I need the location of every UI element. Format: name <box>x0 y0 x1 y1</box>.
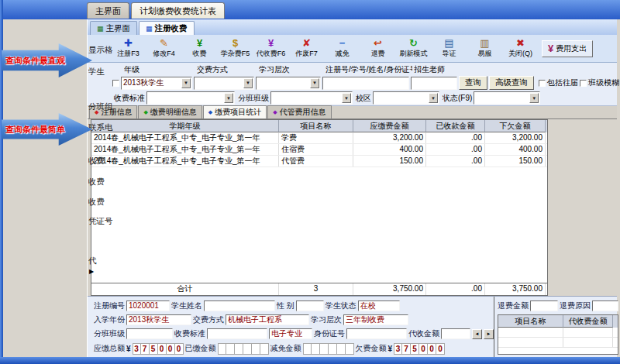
paid-digit <box>260 343 269 355</box>
total-cell: 3 <box>279 283 353 295</box>
table-row[interactable]: 2014春_机械电子工程系_中专_电子专业_第一年住宿费400.00.00400… <box>91 144 547 156</box>
yuan-sign: ¥ <box>126 345 131 353</box>
refund-section: 退费金额 退费原因 项目名称代收费金额 ▲ ▼ <box>494 297 620 357</box>
class-fuzzy-checkbox[interactable] <box>580 80 587 87</box>
toolbar-button-label: 注册F3 <box>117 49 140 59</box>
class-label: 分班班级 <box>94 328 125 339</box>
form-row-3: 分班班级 收费标准 电子专业 身份证号 代收金额 ◂ ▸ <box>94 327 494 341</box>
subtab-label: 注册收费 <box>155 23 188 34</box>
pay-method-label: 交费方式 <box>193 314 224 325</box>
grade-combo-value: 2013秋学生 <box>122 77 181 88</box>
toolbar-button-label: 易服 <box>478 49 492 59</box>
table-cell: 150.00 <box>353 156 426 167</box>
waive-digit <box>346 343 354 355</box>
toolbar-button[interactable]: ✖关闭(Q) <box>503 36 538 62</box>
chevron-down-icon: ▼ <box>224 93 233 103</box>
info-tab-label: 缴费明细信息 <box>150 107 197 118</box>
include-past-checkbox[interactable] <box>539 80 546 87</box>
agent-table-row[interactable] <box>498 338 618 348</box>
paid-digit <box>226 343 235 355</box>
agent-table-row[interactable] <box>498 328 618 338</box>
expense-button-label: 费用支出 <box>556 43 587 54</box>
status-combo[interactable]: ▼ <box>474 91 540 105</box>
student-search-input[interactable] <box>322 77 409 90</box>
toolbar-button[interactable]: ↻刷新模式 <box>396 36 431 62</box>
toolbar-button-icon: ↻ <box>409 38 418 49</box>
window-tab[interactable]: 计划缴费收费统计表 <box>131 2 225 19</box>
query-panel: 年级交费方式学习层次注册号/学号/姓名/身份证号/家长招生老师 2013秋学生▼… <box>88 63 617 106</box>
callout-arrow-1: 查询条件最直观 <box>2 43 92 77</box>
table-row[interactable]: 2014春_机械电子工程系_中专_电子专业_第一年学费3,200.00.003,… <box>91 132 547 144</box>
agent-table-header: 项目名称代收费金额 <box>498 315 618 328</box>
id-number-value <box>346 328 407 339</box>
grade-combo[interactable]: 2013秋学生▼ <box>121 77 192 90</box>
fee-standard-combo[interactable]: ▼ <box>146 91 235 105</box>
toolbar-button-icon: ✎ <box>160 38 168 49</box>
owed-digit: 0 <box>436 343 445 355</box>
agent-column-header: 代收费金额 <box>563 315 613 328</box>
class-fuzzy-label: 班级模糊 <box>588 77 619 88</box>
column-header: 项目名称 <box>279 120 353 132</box>
record-next-button[interactable]: ▸ <box>484 329 494 339</box>
table-cell: .00 <box>426 156 485 167</box>
query-column-label: 年级 <box>124 64 195 75</box>
info-tab[interactable]: ◆缴费明细信息 <box>138 105 202 118</box>
toolbar-button-icon: ✘ <box>302 38 311 49</box>
table-cell: 150.00 <box>485 156 546 167</box>
table-row[interactable]: 2014春_机械电子工程系_中专_电子专业_第一年代管费150.00.00150… <box>91 156 547 167</box>
column-header: 应缴费金额 <box>353 120 426 132</box>
diamond-icon: ◆ <box>95 109 98 115</box>
toolbar: ✚注册F3✎修改F4¥收费$学杂费F5¥代收费F6✘作废F7−减免↩退费↻刷新模… <box>88 35 617 63</box>
info-tab[interactable]: ◆注册信息 <box>89 105 137 118</box>
chevron-down-icon: ▼ <box>529 93 539 103</box>
id-number-label: 身份证号 <box>314 328 345 339</box>
toolbar-button[interactable]: ▥易服 <box>467 36 502 62</box>
app-window: 主界面计划缴费收费统计表 显示格学生分班组联系电收费收费收费凭证号代 ▦主界面▦… <box>0 0 620 364</box>
toolbar-button-icon: $ <box>232 38 238 49</box>
subtab-label: 主界面 <box>106 23 131 34</box>
toolbar-button[interactable]: ✚注册F3 <box>111 36 146 62</box>
info-tab[interactable]: ◆缴费项目统计 <box>203 105 267 118</box>
toolbar-button[interactable]: ✎修改F4 <box>146 36 181 62</box>
study-level-value: 三年制收费 <box>343 314 408 325</box>
recruit-teacher-input[interactable] <box>411 77 457 90</box>
toolbar-button[interactable]: ▤导证 <box>432 36 467 62</box>
subtab[interactable]: ▦注册收费 <box>139 21 195 35</box>
waive-digit <box>337 343 346 355</box>
study-level-combo[interactable]: ▼ <box>256 77 321 90</box>
info-tab[interactable]: ◆代管费用信息 <box>267 105 331 118</box>
chevron-down-icon: ▼ <box>181 78 191 88</box>
subtab[interactable]: ▦主界面 <box>90 21 137 35</box>
toolbar-button[interactable]: ✘作废F7 <box>289 36 324 62</box>
search-button[interactable]: 查询 <box>459 76 487 90</box>
callout-arrow-2: 查询条件最简单 <box>2 113 92 146</box>
record-prev-button[interactable]: ◂ <box>472 329 482 339</box>
student-detail-form: 注册编号 1020001 学生姓名 性 别 学生状态 在校 入学年份 2013秋… <box>88 296 617 357</box>
total-due-digits: 375000 <box>133 343 184 355</box>
toolbar-button-icon: ▥ <box>480 38 489 49</box>
toolbar-button[interactable]: ↩退费 <box>360 36 395 62</box>
expense-button[interactable]: ¥费用支出 <box>542 40 593 57</box>
toolbar-button[interactable]: ¥收费 <box>182 36 217 62</box>
window-tab[interactable]: 主界面 <box>87 2 129 19</box>
toolbar-button[interactable]: $学杂费F5 <box>218 36 253 62</box>
pay-method-combo[interactable]: ▼ <box>194 77 254 90</box>
grade-checkbox[interactable] <box>112 80 119 87</box>
table-cell: 2014春_机械电子工程系_中专_电子专业_第一年 <box>91 156 279 167</box>
entry-year-value: 2013秋学生 <box>126 314 191 325</box>
toolbar-button-icon: ¥ <box>197 38 202 49</box>
table-cell: .00 <box>426 144 485 155</box>
total-cell: 合计 <box>91 283 279 295</box>
yuan-sign: ¥ <box>388 345 393 353</box>
table-cell: 2014春_机械电子工程系_中专_电子专业_第一年 <box>91 132 279 143</box>
toolbar-button-label: 退费 <box>371 49 385 59</box>
advanced-search-button[interactable]: 高级查询 <box>489 76 534 90</box>
refund-amount-value <box>530 300 558 311</box>
toolbar-button[interactable]: ¥代收费F6 <box>253 36 288 62</box>
class-combo[interactable]: ▼ <box>270 91 353 105</box>
toolbar-button[interactable]: −减免 <box>325 36 360 62</box>
callout-text-2: 查询条件最简单 <box>2 124 65 136</box>
diamond-icon: ◆ <box>273 109 277 115</box>
column-header: 已收款金额 <box>426 120 485 132</box>
campus-combo[interactable]: ▼ <box>373 91 439 105</box>
